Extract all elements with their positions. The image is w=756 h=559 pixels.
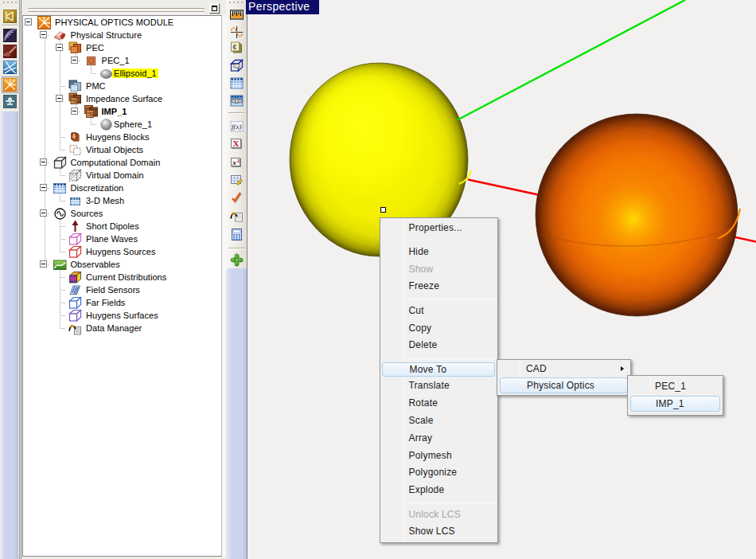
svg-text:X: X xyxy=(233,139,240,148)
svg-text:€: € xyxy=(233,43,237,51)
svg-text:2: 2 xyxy=(237,158,240,164)
svg-text:f(x): f(x) xyxy=(232,123,242,131)
svg-text:x: x xyxy=(232,158,236,166)
